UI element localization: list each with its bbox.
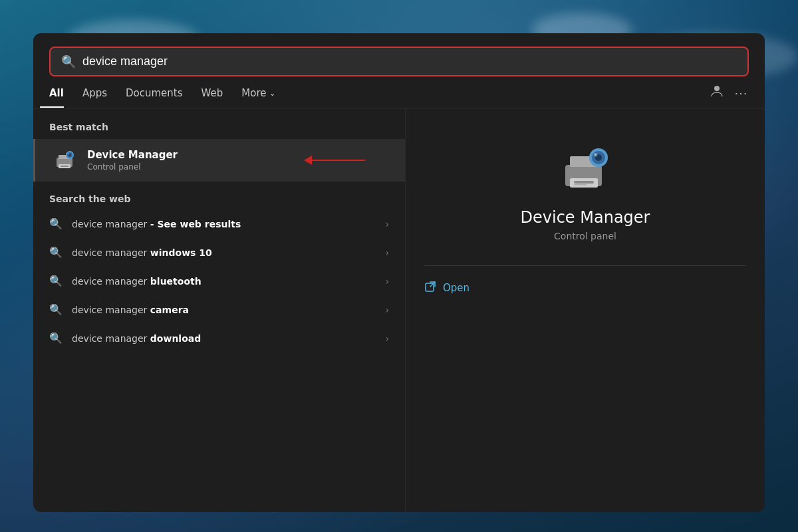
web-search-text-1: device manager - See web results: [72, 219, 376, 229]
search-input-wrapper[interactable]: 🔍: [49, 47, 749, 76]
search-web-icon-3: 🔍: [49, 275, 63, 287]
main-content: Best match: [33, 108, 765, 512]
chevron-right-icon-3: ›: [385, 276, 389, 287]
svg-rect-13: [574, 184, 587, 186]
search-web-icon-2: 🔍: [49, 246, 63, 259]
arrow-annotation: [304, 156, 365, 165]
arrow-line: [312, 160, 365, 161]
search-input[interactable]: [82, 55, 737, 68]
svg-rect-12: [574, 181, 594, 184]
web-search-item-2[interactable]: 🔍 device manager windows 10 ›: [33, 238, 405, 267]
web-search-bold-1: - See web results: [150, 219, 241, 229]
web-search-item-3[interactable]: 🔍 device manager bluetooth ›: [33, 267, 405, 295]
external-link-icon: [424, 281, 436, 293]
right-panel-subtitle: Control panel: [554, 231, 616, 241]
svg-point-8: [68, 154, 70, 155]
tab-documents[interactable]: Documents: [126, 87, 183, 106]
best-match-label: Best match: [33, 122, 405, 139]
person-icon: [710, 84, 724, 98]
web-search-bold-2: windows 10: [150, 247, 212, 258]
tab-apps[interactable]: Apps: [82, 87, 107, 106]
web-search-text-4: device manager camera: [72, 305, 376, 315]
search-web-icon-5: 🔍: [49, 332, 63, 344]
tab-more[interactable]: More ⌄: [241, 87, 275, 106]
search-bar-section: 🔍: [33, 33, 765, 76]
svg-rect-4: [61, 166, 68, 167]
chevron-down-icon: ⌄: [269, 88, 275, 98]
web-search-bold-4: camera: [150, 305, 189, 315]
web-search-bold-5: download: [150, 333, 201, 344]
search-web-icon-1: 🔍: [49, 217, 63, 230]
right-panel: Device Manager Control panel Open: [406, 108, 765, 512]
web-search-item-4[interactable]: 🔍 device manager camera ›: [33, 295, 405, 324]
web-search-bold-3: bluetooth: [150, 276, 201, 287]
open-button[interactable]: Open: [424, 277, 469, 299]
chevron-right-icon-2: ›: [385, 247, 389, 258]
feedback-button[interactable]: [710, 84, 724, 101]
arrow-head: [304, 156, 312, 165]
web-search-item-1[interactable]: 🔍 device manager - See web results ›: [33, 209, 405, 238]
device-manager-icon-svg: [53, 148, 76, 172]
search-web-icon-4: 🔍: [49, 303, 63, 316]
search-icon: 🔍: [61, 55, 76, 68]
ellipsis-icon: ⋯: [734, 86, 749, 100]
device-manager-icon: [51, 147, 78, 174]
more-options-button[interactable]: ⋯: [734, 85, 749, 101]
tab-all[interactable]: All: [49, 87, 64, 106]
chevron-right-icon-5: ›: [385, 333, 389, 344]
open-label: Open: [443, 282, 469, 294]
search-web-label: Search the web: [33, 182, 405, 209]
chevron-right-icon-4: ›: [385, 305, 389, 315]
open-link-icon: [424, 281, 436, 295]
right-icon-area: [424, 142, 746, 195]
chevron-right-icon-1: ›: [385, 219, 389, 229]
right-panel-icon: [555, 142, 615, 195]
web-search-text-5: device manager download: [72, 333, 376, 344]
web-search-item-5[interactable]: 🔍 device manager download ›: [33, 324, 405, 352]
web-search-text-3: device manager bluetooth: [72, 276, 376, 287]
filter-tabs-right: ⋯: [710, 84, 749, 108]
left-panel: Best match: [33, 108, 406, 512]
search-panel: 🔍 All Apps Documents Web More ⌄ ⋯: [33, 33, 765, 512]
right-panel-title: Device Manager: [521, 208, 650, 227]
tab-web[interactable]: Web: [201, 87, 223, 106]
svg-point-18: [595, 154, 596, 155]
svg-rect-0: [714, 86, 720, 91]
best-match-item[interactable]: Device Manager Control panel: [33, 139, 405, 182]
filter-tabs: All Apps Documents Web More ⌄ ⋯: [33, 76, 765, 108]
web-search-text-2: device manager windows 10: [72, 247, 376, 258]
right-panel-divider: [424, 265, 746, 266]
